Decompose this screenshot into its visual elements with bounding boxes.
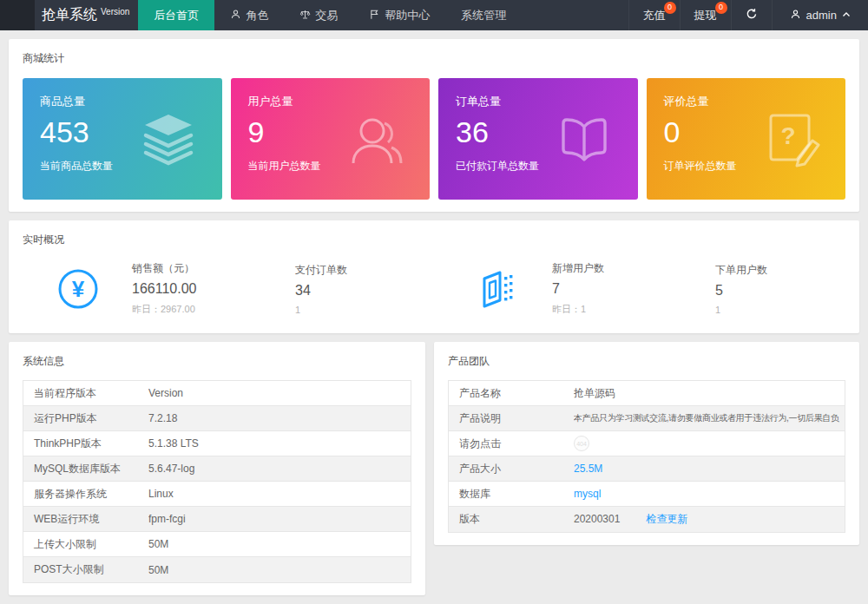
navbar-actions: 充值 0 提现 0 admin: [628, 0, 868, 30]
database-link[interactable]: mysql: [574, 488, 601, 500]
row-label: 产品大小: [449, 462, 574, 476]
row-label: 上传大小限制: [23, 537, 148, 552]
realtime-panel-title: 实时概况: [23, 233, 845, 247]
table-row: 请勿点击 404: [449, 431, 845, 456]
top-navbar: 抢单系统 Version 后台首页 角色 交易 帮助中心 系统管理 充值 0 提…: [0, 0, 868, 30]
users-icon: [345, 108, 407, 170]
bottom-section: 系统信息 当前程序版本Version 运行PHP版本7.2.18 ThinkPH…: [9, 342, 859, 595]
book-icon: [553, 108, 615, 170]
refresh-icon: [746, 8, 758, 23]
table-row: WEB运行环境fpm-fcgi: [23, 507, 411, 532]
table-row: ThinkPHP版本5.1.38 LTS: [23, 431, 411, 456]
withdraw-label: 提现: [694, 8, 717, 23]
row-label: 运行PHP版本: [23, 411, 148, 426]
table-row: 运行PHP版本7.2.18: [23, 406, 411, 431]
table-row: 数据库 mysql: [449, 482, 845, 507]
row-value: 本产品只为学习测试交流,请勿要做商业或者用于违法行为,一切后果自负: [574, 412, 845, 424]
row-label: 数据库: [449, 487, 574, 502]
row-value: 抢单源码: [574, 386, 845, 401]
user-menu[interactable]: admin: [772, 0, 868, 30]
metric-value: 7: [552, 281, 682, 297]
withdraw-button[interactable]: 提现 0: [680, 0, 731, 30]
row-label: 服务器操作系统: [23, 487, 148, 502]
menu-label: 后台首页: [154, 8, 199, 23]
menu-label: 帮助中心: [385, 8, 430, 23]
metric-value: 34: [295, 283, 425, 299]
check-update-link[interactable]: 检查更新: [646, 513, 687, 525]
menu-item-home[interactable]: 后台首页: [138, 0, 214, 30]
metric-sub: 1: [295, 305, 425, 315]
user-icon: [790, 9, 801, 23]
row-value: 5.1.38 LTS: [148, 437, 411, 450]
yen-circle-icon: ¥: [57, 268, 99, 310]
stat-card-products: 商品总量 453 当前商品总数量: [23, 78, 222, 200]
table-row: 产品大小 25.5M: [449, 456, 845, 482]
menu-item-help[interactable]: 帮助中心: [353, 0, 445, 30]
table-row: 产品说明 本产品只为学习测试交流,请勿要做商业或者用于违法行为,一切后果自负: [449, 406, 845, 431]
recharge-badge: 0: [664, 2, 676, 14]
metric-label: 销售额（元）: [132, 261, 262, 276]
row-value: 50M: [148, 538, 411, 550]
metric-value: 5: [715, 283, 845, 299]
table-row: 上传大小限制50M: [23, 532, 411, 557]
building-dots-icon: [477, 268, 519, 310]
main-menu: 后台首页 角色 交易 帮助中心 系统管理: [138, 0, 522, 30]
menu-label: 角色: [246, 8, 268, 23]
metric-sub: 昨日：2967.00: [132, 303, 262, 316]
row-label: MySQL数据库版本: [23, 462, 148, 476]
menu-label: 系统管理: [461, 8, 506, 23]
refresh-button[interactable]: [731, 0, 772, 30]
logo: [0, 0, 35, 30]
version-value: 20200301: [574, 513, 620, 525]
svg-text:?: ?: [780, 122, 795, 149]
chevron-up-icon: [842, 9, 851, 22]
product-size-link[interactable]: 25.5M: [574, 463, 602, 475]
menu-item-system[interactable]: 系统管理: [445, 0, 522, 30]
row-value: 50M: [148, 564, 411, 576]
system-info-panel: 系统信息 当前程序版本Version 运行PHP版本7.2.18 ThinkPH…: [9, 342, 425, 595]
stat-card-users: 用户总量 9 当前用户总数量: [231, 78, 431, 200]
row-value: 25.5M: [574, 463, 845, 475]
stat-cards: 商品总量 453 当前商品总数量 用户总量 9 当前用户总数量 订单总量 36 …: [23, 78, 845, 200]
menu-item-roles[interactable]: 角色: [214, 0, 284, 30]
row-label: ThinkPHP版本: [23, 437, 148, 451]
brand-text: 抢单系统: [42, 6, 97, 24]
404-badge[interactable]: 404: [574, 436, 589, 451]
row-label: POST大小限制: [23, 562, 148, 577]
row-label: 请勿点击: [449, 437, 574, 451]
row-label: 产品名称: [449, 386, 574, 401]
table-row: MySQL数据库版本5.6.47-log: [23, 456, 411, 482]
product-team-panel: 产品团队 产品名称 抢单源码 产品说明 本产品只为学习测试交流,请勿要做商业或者…: [434, 342, 859, 545]
product-panel-title: 产品团队: [448, 354, 845, 369]
metric-sub: 1: [715, 305, 845, 315]
row-value: 404: [574, 436, 845, 451]
row-value: fpm-fcgi: [148, 513, 411, 525]
metric-label: 支付订单数: [295, 263, 425, 278]
metric-new-users: 新增用户数 7 昨日：1: [552, 261, 682, 316]
stat-card-orders: 订单总量 36 已付款订单总数量: [438, 78, 638, 200]
layers-icon: [137, 108, 200, 170]
row-value: 5.6.47-log: [148, 463, 411, 475]
recharge-button[interactable]: 充值 0: [628, 0, 680, 30]
system-info-table: 当前程序版本Version 运行PHP版本7.2.18 ThinkPHP版本5.…: [23, 380, 411, 583]
realtime-panel: 实时概况 ¥ 销售额（元） 166110.00 昨日：2967.00 支付订单数…: [9, 220, 859, 333]
row-value: 20200301检查更新: [574, 512, 845, 527]
metric-label: 下单用户数: [715, 263, 845, 278]
row-value: 7.2.18: [148, 412, 411, 424]
product-team-table: 产品名称 抢单源码 产品说明 本产品只为学习测试交流,请勿要做商业或者用于违法行…: [448, 380, 845, 533]
table-row: 产品名称 抢单源码: [449, 381, 845, 406]
metric-sales: 销售额（元） 166110.00 昨日：2967.00: [132, 261, 262, 316]
row-label: 版本: [449, 512, 574, 527]
table-row: POST大小限制50M: [23, 557, 411, 582]
table-row: 当前程序版本Version: [23, 381, 411, 406]
table-row: 服务器操作系统Linux: [23, 482, 411, 507]
recharge-label: 充值: [643, 8, 666, 23]
menu-label: 交易: [315, 8, 338, 23]
stats-panel: 商城统计 商品总量 453 当前商品总数量 用户总量 9 当前用户总数量 订单总…: [9, 39, 859, 212]
brand-title: 抢单系统 Version: [35, 0, 138, 30]
menu-item-trade[interactable]: 交易: [284, 0, 353, 30]
row-label: 产品说明: [449, 411, 574, 426]
system-panel-title: 系统信息: [23, 354, 411, 369]
row-value: Version: [148, 387, 411, 399]
metric-ordering-users: 下单用户数 5 1: [715, 263, 845, 315]
